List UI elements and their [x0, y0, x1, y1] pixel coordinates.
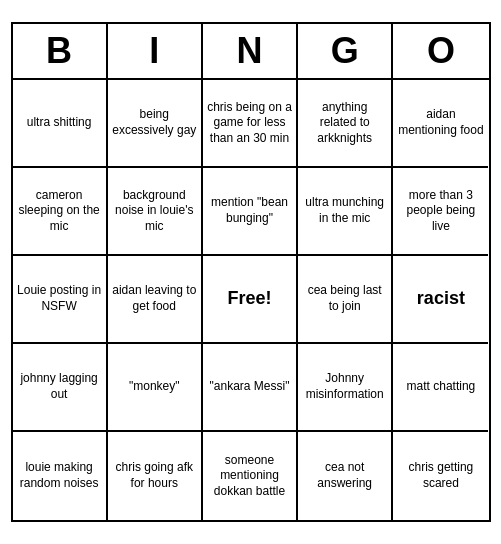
bingo-cell-1: being excessively gay	[108, 80, 203, 168]
bingo-cell-20: louie making random noises	[13, 432, 108, 520]
bingo-cell-0: ultra shitting	[13, 80, 108, 168]
bingo-cell-3: anything related to arkknights	[298, 80, 393, 168]
bingo-cell-11: aidan leaving to get food	[108, 256, 203, 344]
header-letter-b: B	[13, 24, 108, 78]
bingo-cell-22: someone mentioning dokkan battle	[203, 432, 298, 520]
bingo-cell-8: ultra munching in the mic	[298, 168, 393, 256]
header-letter-o: O	[393, 24, 488, 78]
bingo-cell-13: cea being last to join	[298, 256, 393, 344]
bingo-header: BINGO	[13, 24, 489, 80]
bingo-cell-9: more than 3 people being live	[393, 168, 488, 256]
bingo-cell-23: cea not answering	[298, 432, 393, 520]
bingo-cell-24: chris getting scared	[393, 432, 488, 520]
bingo-cell-10: Louie posting in NSFW	[13, 256, 108, 344]
header-letter-n: N	[203, 24, 298, 78]
header-letter-i: I	[108, 24, 203, 78]
bingo-cell-4: aidan mentioning food	[393, 80, 488, 168]
bingo-cell-16: "monkey"	[108, 344, 203, 432]
bingo-grid: ultra shittingbeing excessively gaychris…	[13, 80, 489, 520]
bingo-cell-2: chris being on a game for less than an 3…	[203, 80, 298, 168]
bingo-cell-15: johnny lagging out	[13, 344, 108, 432]
bingo-cell-7: mention "bean bunging"	[203, 168, 298, 256]
bingo-cell-6: background noise in louie's mic	[108, 168, 203, 256]
header-letter-g: G	[298, 24, 393, 78]
bingo-cell-21: chris going afk for hours	[108, 432, 203, 520]
bingo-card: BINGO ultra shittingbeing excessively ga…	[11, 22, 491, 522]
bingo-cell-14: racist	[393, 256, 488, 344]
bingo-cell-19: matt chatting	[393, 344, 488, 432]
bingo-cell-18: Johnny misinformation	[298, 344, 393, 432]
free-space: Free!	[203, 256, 298, 344]
bingo-cell-5: cameron sleeping on the mic	[13, 168, 108, 256]
bingo-cell-17: "ankara Messi"	[203, 344, 298, 432]
